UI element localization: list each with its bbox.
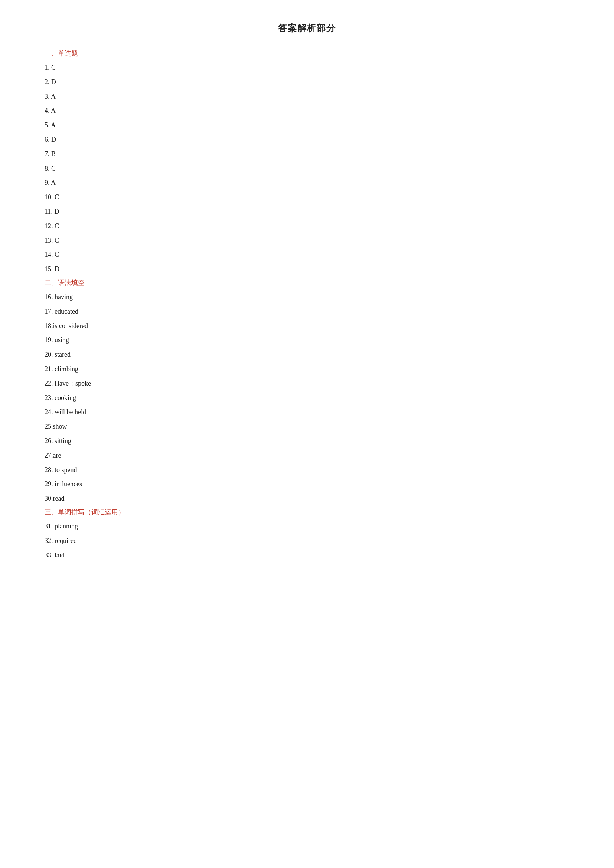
answer-item-1-2: 2. D: [45, 77, 569, 88]
answer-item-1-3: 3. A: [45, 91, 569, 102]
answer-item-1-12: 12. C: [45, 221, 569, 232]
section-heading-3: 三、单词拼写（词汇运用）: [45, 508, 569, 516]
answer-item-2-11: 26. sitting: [45, 436, 569, 446]
answer-item-1-10: 10. C: [45, 192, 569, 203]
answer-item-3-3: 33. laid: [45, 550, 569, 561]
answer-item-2-3: 18.is considered: [45, 321, 569, 332]
answer-item-2-8: 23. cooking: [45, 393, 569, 403]
content-area: 一、单选题1. C2. D3. A4. A5. A6. D7. B8. C9. …: [45, 49, 569, 560]
section-heading-2: 二、语法填空: [45, 278, 569, 287]
answer-item-2-10: 25.show: [45, 421, 569, 432]
answer-item-2-5: 20. stared: [45, 349, 569, 360]
answer-item-2-15: 30.read: [45, 493, 569, 504]
answer-item-1-9: 9. A: [45, 177, 569, 188]
section-heading-1: 一、单选题: [45, 49, 569, 58]
answer-item-1-15: 15. D: [45, 264, 569, 274]
answer-item-2-2: 17. educated: [45, 306, 569, 317]
answer-item-2-13: 28. to spend: [45, 465, 569, 475]
answer-item-1-7: 7. B: [45, 149, 569, 160]
answer-item-3-2: 32. required: [45, 535, 569, 546]
answer-item-1-1: 1. C: [45, 62, 569, 73]
answer-item-1-11: 11. D: [45, 206, 569, 217]
page-title: 答案解析部分: [45, 22, 569, 34]
answer-item-2-7: 22. Have；spoke: [45, 378, 569, 389]
answer-item-2-6: 21. climbing: [45, 364, 569, 374]
answer-item-1-8: 8. C: [45, 163, 569, 174]
answer-item-2-14: 29. influences: [45, 479, 569, 490]
answer-item-1-4: 4. A: [45, 105, 569, 116]
answer-item-1-6: 6. D: [45, 134, 569, 145]
answer-item-2-12: 27.are: [45, 450, 569, 461]
answer-item-2-4: 19. using: [45, 335, 569, 346]
answer-item-1-5: 5. A: [45, 120, 569, 131]
answer-item-1-13: 13. C: [45, 235, 569, 246]
answer-item-3-1: 31. planning: [45, 521, 569, 532]
answer-item-2-1: 16. having: [45, 292, 569, 302]
answer-item-1-14: 14. C: [45, 250, 569, 260]
answer-item-2-9: 24. will be held: [45, 407, 569, 417]
